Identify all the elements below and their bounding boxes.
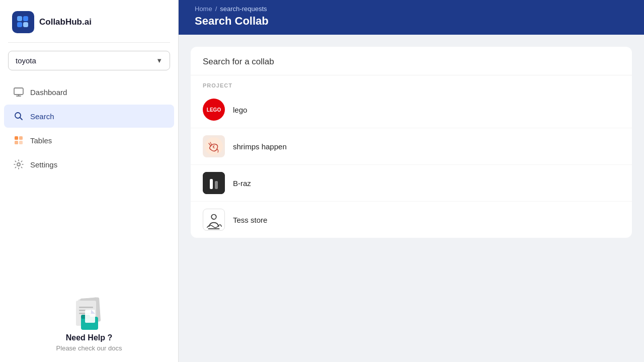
svg-rect-3: [23, 22, 28, 27]
breadcrumb-home[interactable]: Home: [195, 5, 212, 13]
org-selector[interactable]: toyota ▼: [8, 51, 170, 70]
sidebar-item-dashboard[interactable]: Dashboard: [4, 80, 174, 104]
help-subtitle: Please check our docs: [56, 344, 122, 352]
project-item-tess[interactable]: Tess store: [191, 202, 632, 238]
project-item-shrimps[interactable]: € shrimps happen: [191, 128, 632, 165]
svg-rect-2: [17, 22, 22, 27]
lego-logo: LEGO: [203, 99, 225, 121]
svg-text:LEGO: LEGO: [207, 107, 221, 113]
project-name-lego: lego: [233, 106, 247, 114]
sidebar-divider: [8, 42, 170, 43]
sidebar-item-tables[interactable]: Tables: [4, 129, 174, 152]
project-name-shrimps: shrimps happen: [233, 142, 287, 151]
chevron-down-icon: ▼: [156, 57, 163, 64]
help-section: Need Help ? Please check our docs: [0, 284, 178, 362]
svg-rect-24: [203, 172, 225, 194]
app-logo: CollabHub.ai: [0, 0, 178, 42]
svg-rect-14: [79, 307, 93, 308]
project-item-lego[interactable]: LEGO lego: [191, 92, 632, 128]
shrimps-logo: €: [203, 135, 225, 157]
project-name-tess: Tess store: [233, 216, 267, 224]
logo-icon: [12, 11, 34, 33]
tess-logo: [203, 209, 225, 231]
sidebar-item-search-label: Search: [30, 112, 54, 121]
sidebar-nav: Dashboard Search Tables: [0, 80, 178, 176]
svg-rect-8: [15, 141, 18, 144]
svg-rect-9: [19, 141, 23, 144]
svg-point-10: [17, 163, 20, 166]
sidebar-item-settings[interactable]: Settings: [4, 153, 174, 176]
sidebar-item-tables-label: Tables: [30, 136, 52, 145]
svg-point-27: [211, 215, 216, 220]
top-bar: Home / search-requests Search Collab: [179, 0, 644, 35]
search-card-title: Search for a collab: [191, 47, 632, 75]
tables-icon: [13, 135, 24, 146]
svg-rect-28: [208, 228, 220, 229]
sidebar-item-dashboard-label: Dashboard: [30, 88, 67, 97]
braz-logo: [203, 172, 225, 194]
search-card: Search for a collab PROJECT LEGO lego: [191, 47, 632, 238]
breadcrumb-separator: /: [215, 5, 217, 13]
breadcrumb: Home / search-requests: [195, 5, 628, 13]
breadcrumb-current: search-requests: [220, 5, 267, 13]
help-illustration: [69, 296, 109, 333]
main-content: Home / search-requests Search Collab Sea…: [179, 0, 644, 362]
svg-rect-0: [17, 16, 22, 21]
svg-rect-1: [23, 16, 28, 21]
project-item-braz[interactable]: B-raz: [191, 165, 632, 202]
page-title: Search Collab: [195, 15, 628, 28]
svg-point-5: [15, 113, 21, 118]
app-name: CollabHub.ai: [39, 17, 92, 27]
svg-rect-6: [15, 136, 18, 140]
sidebar: CollabHub.ai toyota ▼ Dashboard: [0, 0, 179, 362]
svg-rect-26: [215, 181, 218, 189]
svg-rect-25: [210, 179, 213, 189]
svg-rect-4: [14, 88, 23, 95]
sidebar-item-settings-label: Settings: [30, 160, 57, 169]
svg-text:€: €: [213, 144, 215, 149]
org-selector-value: toyota: [16, 56, 36, 65]
settings-icon: [13, 159, 24, 170]
search-icon: [13, 111, 24, 122]
help-title: Need Help ?: [66, 333, 112, 342]
svg-rect-7: [19, 136, 23, 140]
project-section-label: PROJECT: [191, 75, 632, 92]
monitor-icon: [13, 86, 24, 98]
project-name-braz: B-raz: [233, 179, 251, 188]
sidebar-item-search[interactable]: Search: [4, 105, 174, 128]
svg-rect-19: [85, 310, 95, 323]
content-area: Search for a collab PROJECT LEGO lego: [179, 35, 644, 362]
